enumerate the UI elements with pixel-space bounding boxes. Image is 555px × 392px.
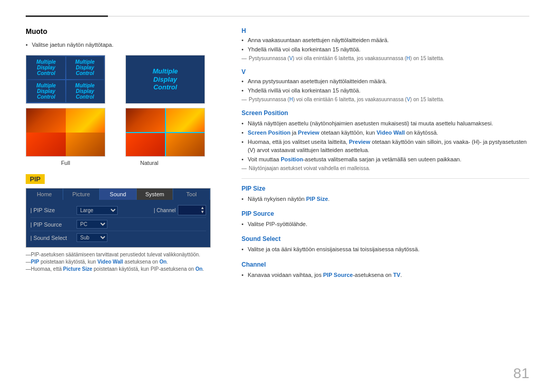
- channel-title: Channel: [242, 261, 529, 268]
- pip-notes: PIP-asetuksen säätämiseen tarvittavat pe…: [26, 252, 221, 272]
- label-full: Full: [26, 160, 105, 166]
- v-section: V Anna pystysuuntaan asetettujen näyttöl…: [242, 68, 529, 102]
- pip-note-2: PIP poistetaan käytöstä, kun Video Wall …: [26, 259, 221, 265]
- pip-note-3: Huomaa, että Picture Size poistetaan käy…: [26, 266, 221, 272]
- pip-badge: PIP: [26, 174, 45, 184]
- pip-note-1: PIP-asetuksen säätämiseen tarvittavat pe…: [26, 252, 221, 257]
- pip-rows: | PIP Size Large | Channel: [26, 200, 210, 247]
- pip-source-label: | PIP Source: [30, 221, 77, 228]
- pip-source-value: PC: [77, 220, 107, 229]
- screen-position-section: Screen Position Näytä näyttöjen asettelu…: [242, 109, 529, 171]
- channel-arrows[interactable]: ▲ ▼: [200, 206, 205, 214]
- pip-sound-value: Sub: [77, 233, 107, 242]
- v-note: Pystysuunnassa (H) voi olla enintään 6 l…: [242, 97, 529, 102]
- h-section: H Anna vaakasuuntaan asetettujen näyttöl…: [242, 27, 529, 61]
- v-title: V: [242, 68, 529, 76]
- page-container: Muoto Valitse jaetun näytön näyttötapa. …: [0, 0, 555, 392]
- pip-source-title: PIP Source: [242, 210, 529, 217]
- pip-source-section: PIP Source Valitse PIP-syöttölähde.: [242, 210, 529, 228]
- sp-bullet-1: Näytä näyttöjen asettelu (näytönohjaimie…: [242, 120, 529, 127]
- pip-section: PIP Home Picture Sound System Tool: [26, 174, 221, 272]
- pip-row-source: | PIP Source PC: [30, 218, 206, 231]
- channel-label-text: | Channel: [154, 208, 176, 213]
- pip-tab-system[interactable]: System: [137, 189, 174, 200]
- top-decorative-lines: [26, 15, 529, 17]
- sp-note: Näytönjaajan asetukset voivat vaihdella …: [242, 165, 529, 171]
- pip-source-select[interactable]: PC: [77, 220, 107, 229]
- channel-section: Channel Kanavaa voidaan vaihtaa, jos PIP…: [242, 261, 529, 279]
- pip-size-section: PIP Size Näytä nykyisen näytön PIP Size.: [242, 185, 529, 203]
- pip-sound-label: | Sound Select: [30, 235, 77, 241]
- label-natural: Natural: [109, 160, 189, 166]
- sp-bullet-2: Screen Position ja Preview otetaan käytt…: [242, 129, 529, 137]
- image-labels: Full Natural: [26, 160, 221, 166]
- pip-tab-picture[interactable]: Picture: [63, 189, 100, 200]
- pip-row-size: | PIP Size Large | Channel: [30, 203, 206, 218]
- channel-input-box[interactable]: ▲ ▼: [178, 205, 206, 215]
- channel-bullet: Kanavaa voidaan vaihtaa, jos PIP Source-…: [242, 271, 529, 279]
- pip-sound-select[interactable]: Sub: [77, 233, 107, 242]
- h-bullet-1: Anna vaakasuuntaan asetettujen näyttölai…: [242, 36, 529, 44]
- pip-tab-sound[interactable]: Sound: [100, 189, 137, 200]
- pip-tab-tool[interactable]: Tool: [173, 189, 210, 200]
- section-divider: [242, 178, 529, 179]
- right-column: H Anna vaakasuuntaan asetettujen näyttöl…: [242, 27, 529, 286]
- sound-select-section: Sound Select Valitse ja ota ääni käyttöö…: [242, 235, 529, 253]
- muoto-title: Muoto: [26, 27, 221, 35]
- sound-select-bullet: Valitse ja ota ääni käyttöön ensisijaise…: [242, 246, 529, 253]
- page-number: 81: [513, 365, 529, 382]
- v-bullet-1: Anna pystysuuntaan asetettujen näyttölai…: [242, 78, 529, 85]
- h-bullet-2: Yhdellä rivillä voi olla korkeintaan 15 …: [242, 46, 529, 53]
- pip-size-label: | PIP Size: [30, 207, 77, 213]
- pip-tab-home[interactable]: Home: [26, 189, 63, 200]
- top-light-bar: [108, 16, 529, 16]
- top-dark-bar: [26, 15, 108, 17]
- pip-menu: Home Picture Sound System Tool | PIP Siz…: [26, 188, 211, 248]
- pip-size-value: Large: [77, 206, 118, 215]
- pip-size-select[interactable]: Large: [77, 206, 118, 215]
- main-content: Muoto Valitse jaetun näytön näyttötapa. …: [26, 27, 529, 286]
- pip-size-title: PIP Size: [242, 185, 529, 192]
- h-title: H: [242, 27, 529, 34]
- left-column: Muoto Valitse jaetun näytön näyttötapa. …: [26, 27, 221, 286]
- pip-menu-tabs: Home Picture Sound System Tool: [26, 189, 210, 200]
- display-card-1: MultipleDisplayControl MultipleDisplayCo…: [26, 55, 105, 104]
- muoto-bullet: Valitse jaetun näytön näyttötapa.: [26, 42, 221, 48]
- sp-bullet-4: Voit muuttaa Position-asetusta valitsema…: [242, 156, 529, 163]
- photo-card-natural: [125, 108, 205, 157]
- muoto-section: Muoto Valitse jaetun näytön näyttötapa.: [26, 27, 221, 48]
- photo-card-full: [26, 108, 105, 157]
- pip-size-bullet: Näytä nykyisen näytön PIP Size.: [242, 195, 529, 203]
- display-card-2: MultipleDisplayControl: [125, 55, 205, 104]
- v-bullet-2: Yhdellä rivillä voi olla korkeintaan 15 …: [242, 87, 529, 95]
- screen-position-title: Screen Position: [242, 109, 529, 117]
- display-cards-grid: MultipleDisplayControl MultipleDisplayCo…: [26, 55, 221, 157]
- h-note: Pystysuunnassa (V) voi olla enintään 6 l…: [242, 55, 529, 61]
- sp-bullet-3: Huomaa, että jos valitset useita laittei…: [242, 138, 529, 154]
- sound-select-title: Sound Select: [242, 235, 529, 242]
- pip-source-bullet: Valitse PIP-syöttölähde.: [242, 220, 529, 228]
- pip-row-sound: | Sound Select Sub: [30, 231, 206, 244]
